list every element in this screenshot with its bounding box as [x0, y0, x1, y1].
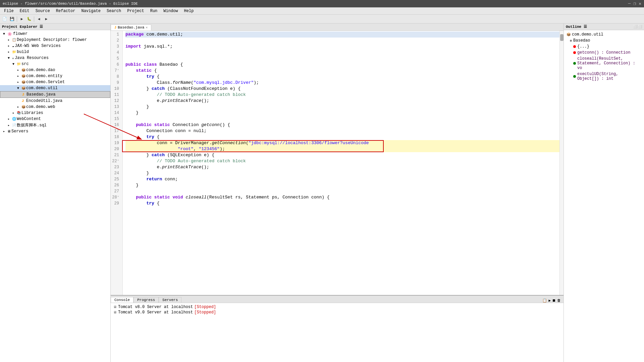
- project-tree[interactable]: ▼ 🌸 flower ▸ 📋 Deployment Descriptor: fl…: [0, 30, 110, 362]
- tree-deployment[interactable]: ▸ 📋 Deployment Descriptor: flower: [0, 37, 110, 43]
- outline-btn2[interactable]: ⬜: [638, 25, 642, 29]
- indent12: e.: [125, 98, 162, 104]
- tree-libraries[interactable]: ▸ 📚 Libraries: [0, 110, 110, 116]
- tree-dao[interactable]: ▸ 📦 com.demo.dao: [0, 67, 110, 73]
- console-btn1[interactable]: 📋: [542, 298, 547, 303]
- pkg-icon-entity: 📦: [21, 74, 25, 78]
- tree-webcontent[interactable]: ▸ 🌐 WebContent: [0, 116, 110, 122]
- expand-icon2: ▼: [6, 55, 11, 61]
- tree-entity[interactable]: ▸ 📦 com.demo.entity: [0, 73, 110, 79]
- outline-block-label: {...}: [577, 44, 589, 49]
- tree-encodeutil[interactable]: J EncodeUtil.java: [0, 98, 110, 104]
- tree-web[interactable]: ▸ 📦 com.demo.web: [0, 104, 110, 110]
- menu-navigate[interactable]: Navigate: [78, 8, 103, 14]
- tree-flower[interactable]: ▼ 🌸 flower: [0, 31, 110, 37]
- outline-closeall[interactable]: closeall(ResultSet, Statement, Connectio…: [565, 56, 643, 71]
- code-line-25: return conn;: [125, 176, 559, 182]
- console-btn2[interactable]: ▶: [548, 298, 551, 303]
- tree-java-resources[interactable]: ▼ ☕ Java Resources: [0, 55, 110, 61]
- code-line-10: } catch (ClassNotFoundException e) {: [125, 86, 559, 92]
- scrollbar-thumb[interactable]: [560, 34, 564, 41]
- outline-btn1[interactable]: ⬜: [633, 25, 637, 29]
- tree-basedao-label: Basedao.java: [26, 92, 55, 97]
- outline-getconn[interactable]: getconn() : Connection: [565, 50, 643, 56]
- brace8: {: [154, 74, 160, 80]
- outline-class[interactable]: ◉ Basedao: [565, 38, 643, 44]
- expand-icon3: ▼: [11, 61, 16, 67]
- pe-title: Project Explorer ☰: [2, 24, 43, 29]
- console-item-2[interactable]: 🖥 Tomcat v9.0 Server at localhost [Stopp…: [113, 310, 561, 315]
- tree-build[interactable]: ▸ 📁 build: [0, 49, 110, 55]
- debug-button[interactable]: 🐛: [26, 16, 33, 22]
- class-name: Basedao {: [157, 62, 183, 68]
- menu-window[interactable]: Window: [161, 8, 180, 14]
- code-line-6: public class Basedao {: [125, 62, 559, 68]
- outline-getconn-label: getconn() : Connection: [577, 50, 630, 55]
- menu-help[interactable]: Help: [181, 8, 197, 14]
- indent7: [125, 68, 136, 74]
- kw-public1: public: [125, 62, 141, 68]
- menu-search[interactable]: Search: [104, 8, 124, 14]
- tree-jax[interactable]: ▸ ☁ JAX-WS Web Services: [0, 43, 110, 49]
- return-val: conn;: [162, 176, 178, 182]
- menu-project[interactable]: Project: [124, 8, 147, 14]
- editor-wrapper: J Basedao.java ✕ 1 2 3 4 5 6 7* 8: [111, 23, 564, 362]
- tab-progress[interactable]: Progress: [133, 297, 159, 303]
- minimize-button[interactable]: —: [628, 1, 631, 6]
- indent23: e.: [125, 164, 162, 170]
- tab-close-icon[interactable]: ✕: [146, 25, 148, 29]
- save-button[interactable]: 💾: [9, 16, 15, 22]
- new-button[interactable]: 📄: [1, 16, 8, 22]
- tree-servlet[interactable]: ▸ 📦 com.demo.Servlet: [0, 79, 110, 85]
- menu-refactor[interactable]: Refactor: [53, 8, 78, 14]
- ln-22: 22*: [111, 158, 120, 164]
- tree-flower-label: flower: [13, 32, 28, 36]
- tab-console[interactable]: Console: [111, 297, 133, 303]
- comment-1: // TODO Auto-generated catch block: [125, 92, 246, 98]
- editor-area: J Basedao.java ✕ 1 2 3 4 5 6 7* 8: [111, 23, 564, 295]
- tree-deployment-label: Deployment Descriptor: flower: [17, 38, 87, 42]
- paren19: (: [246, 140, 249, 146]
- tab-basedao[interactable]: J Basedao.java ✕: [111, 24, 151, 31]
- server-icon-1: 🖥: [113, 305, 117, 309]
- console-btn3[interactable]: ⏹: [552, 298, 556, 303]
- console-btn4[interactable]: 🗑: [557, 298, 561, 303]
- code-area: 1 2 3 4 5 6 7* 8 9 10 11 12 13 14: [111, 31, 559, 295]
- editor-scrollbar[interactable]: [559, 31, 564, 295]
- outline-exectulud[interactable]: exectulUD(String, Object[]) : int: [565, 71, 643, 82]
- editor-content[interactable]: 1 2 3 4 5 6 7* 8 9 10 11 12 13 14: [111, 31, 564, 295]
- run-button[interactable]: ▶: [18, 16, 25, 22]
- menu-run[interactable]: Run: [148, 8, 160, 14]
- tree-sql[interactable]: ▸ 📄 数据库脚本.sql: [0, 122, 110, 128]
- tree-src[interactable]: ▼ 📁 src: [0, 61, 110, 67]
- maximize-button[interactable]: ❐: [633, 1, 636, 6]
- server-icon-2: 🖥: [113, 310, 117, 314]
- menu-file[interactable]: File: [1, 8, 16, 14]
- indent8: [125, 74, 146, 80]
- menu-source[interactable]: Source: [33, 8, 53, 14]
- close-button[interactable]: ✕: [639, 1, 641, 6]
- back-button[interactable]: ◀: [36, 16, 42, 22]
- indent16: [125, 122, 136, 128]
- project-explorer-header: Project Explorer ☰: [0, 23, 110, 30]
- tab-servers[interactable]: Servers: [159, 297, 181, 303]
- tree-util[interactable]: ▼ 📦 com.demo.util: [0, 85, 110, 91]
- ln-3: 3: [111, 44, 120, 50]
- ln-17: 17: [111, 128, 120, 134]
- method-getconn2: getConnection: [212, 140, 246, 146]
- forward-button[interactable]: ▶: [43, 16, 50, 22]
- src-icon: 📁: [17, 62, 21, 66]
- ln-16: 16: [111, 122, 120, 128]
- servers-icon: ▸: [1, 129, 7, 134]
- webcontent-icon: 🌐: [12, 117, 16, 121]
- menu-edit[interactable]: Edit: [17, 8, 32, 14]
- tree-servers[interactable]: ▸ 🖥 Servers: [0, 128, 110, 134]
- outline-package[interactable]: 📦 com.demo.util: [565, 32, 643, 38]
- tree-basedao[interactable]: J Basedao.java: [0, 91, 110, 98]
- tree-servlet-label: com.demo.Servlet: [26, 80, 65, 84]
- bottom-tabs: Console Progress Servers 📋 ▶ ⏹ 🗑: [111, 296, 564, 303]
- outline-block[interactable]: {...}: [565, 44, 643, 50]
- tree-sql-label: 数据库脚本.sql: [17, 122, 47, 128]
- code-line-2: [125, 38, 559, 44]
- console-item-1[interactable]: 🖥 Tomcat v8.0 Server at localhost [Stopp…: [113, 304, 561, 310]
